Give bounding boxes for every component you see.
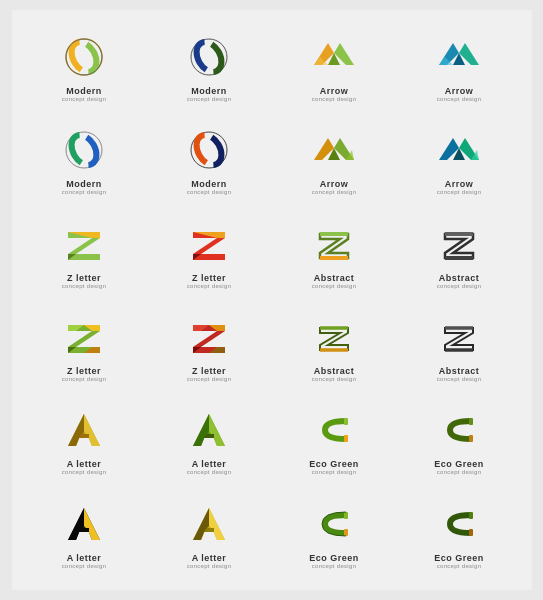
- logo-text-4: Arrow concept design: [437, 86, 482, 102]
- logo-text-21: A letter concept design: [62, 553, 107, 569]
- logo-text-10: Z letter concept design: [187, 273, 232, 289]
- logo-text-8: Arrow concept design: [437, 179, 482, 195]
- svg-rect-80: [469, 529, 473, 536]
- logo-icon-21: [58, 498, 110, 550]
- svg-rect-79: [469, 512, 473, 519]
- logo-cell-6: Modern concept design: [147, 113, 272, 206]
- logo-text-23: Eco Green concept design: [309, 553, 359, 569]
- logo-icon-17: [58, 404, 110, 456]
- logo-cell-20: Eco Green concept design: [397, 393, 522, 486]
- logo-text-17: A letter concept design: [62, 459, 107, 475]
- svg-marker-72: [68, 508, 84, 540]
- logo-text-3: Arrow concept design: [312, 86, 357, 102]
- logo-icon-4: [433, 31, 485, 83]
- logo-icon-14: [183, 311, 235, 363]
- logo-cell-24: Eco Green concept design: [397, 487, 522, 580]
- svg-marker-60: [68, 414, 84, 446]
- svg-marker-58: [84, 414, 100, 446]
- logo-icon-20: [433, 404, 485, 456]
- logo-icon-13: [58, 311, 110, 363]
- logo-text-2: Modern concept design: [187, 86, 232, 102]
- logo-cell-21: A letter concept design: [22, 487, 147, 580]
- logo-text-16: Abstract concept design: [437, 366, 482, 382]
- logo-cell-8: Arrow concept design: [397, 113, 522, 206]
- logo-text-24: Eco Green concept design: [434, 553, 484, 569]
- svg-rect-65: [344, 418, 348, 425]
- logo-cell-22: A letter concept design: [147, 487, 272, 580]
- logo-icon-6: [183, 124, 235, 176]
- logo-cell-3: Arrow concept design: [272, 20, 397, 113]
- logo-icon-5: [58, 124, 110, 176]
- logo-icon-15: [308, 311, 360, 363]
- svg-marker-35: [320, 234, 348, 258]
- logo-text-7: Arrow concept design: [312, 179, 357, 195]
- logo-icon-8: [433, 124, 485, 176]
- logo-icon-24: [433, 498, 485, 550]
- logo-icon-10: [183, 218, 235, 270]
- logo-text-13: Z letter concept design: [62, 366, 107, 382]
- logo-icon-23: [308, 498, 360, 550]
- logo-text-15: Abstract concept design: [312, 366, 357, 382]
- logo-cell-15: Abstract concept design: [272, 300, 397, 393]
- svg-marker-70: [84, 508, 100, 540]
- logo-grid: Modern concept design Modern concept des…: [12, 10, 532, 590]
- logo-text-9: Z letter concept design: [62, 273, 107, 289]
- logo-text-22: A letter concept design: [187, 553, 232, 569]
- logo-cell-19: Eco Green concept design: [272, 393, 397, 486]
- svg-marker-76: [193, 508, 209, 540]
- logo-text-14: Z letter concept design: [187, 366, 232, 382]
- logo-text-18: A letter concept design: [187, 459, 232, 475]
- svg-marker-54: [445, 328, 473, 350]
- logo-text-5: Modern concept design: [62, 179, 107, 195]
- svg-rect-78: [344, 529, 348, 536]
- logo-cell-12: Abstract concept design: [397, 207, 522, 300]
- logo-text-20: Eco Green concept design: [434, 459, 484, 475]
- svg-rect-67: [469, 418, 473, 425]
- logo-cell-16: Abstract concept design: [397, 300, 522, 393]
- logo-text-1: Modern concept design: [62, 86, 107, 102]
- logo-cell-5: Modern concept design: [22, 113, 147, 206]
- logo-cell-4: Arrow concept design: [397, 20, 522, 113]
- logo-icon-1: [58, 31, 110, 83]
- logo-icon-3: [308, 31, 360, 83]
- logo-text-19: Eco Green concept design: [309, 459, 359, 475]
- svg-marker-38: [445, 234, 473, 258]
- logo-icon-16: [433, 311, 485, 363]
- logo-cell-10: Z letter concept design: [147, 207, 272, 300]
- logo-icon-18: [183, 404, 235, 456]
- svg-rect-77: [344, 512, 348, 519]
- svg-rect-68: [469, 435, 473, 442]
- logo-cell-1: Modern concept design: [22, 20, 147, 113]
- logo-icon-9: [58, 218, 110, 270]
- logo-cell-17: A letter concept design: [22, 393, 147, 486]
- svg-rect-66: [344, 435, 348, 442]
- logo-text-12: Abstract concept design: [437, 273, 482, 289]
- logo-icon-11: [308, 218, 360, 270]
- logo-cell-23: Eco Green concept design: [272, 487, 397, 580]
- svg-marker-74: [209, 508, 225, 540]
- logo-text-11: Abstract concept design: [312, 273, 357, 289]
- logo-cell-18: A letter concept design: [147, 393, 272, 486]
- logo-cell-11: Abstract concept design: [272, 207, 397, 300]
- logo-cell-2: Modern concept design: [147, 20, 272, 113]
- svg-marker-64: [193, 414, 209, 446]
- logo-cell-14: Z letter concept design: [147, 300, 272, 393]
- logo-icon-22: [183, 498, 235, 550]
- logo-cell-9: Z letter concept design: [22, 207, 147, 300]
- logo-icon-19: [308, 404, 360, 456]
- logo-cell-13: Z letter concept design: [22, 300, 147, 393]
- svg-marker-62: [209, 414, 225, 446]
- logo-icon-7: [308, 124, 360, 176]
- logo-cell-7: Arrow concept design: [272, 113, 397, 206]
- logo-icon-2: [183, 31, 235, 83]
- logo-text-6: Modern concept design: [187, 179, 232, 195]
- logo-icon-12: [433, 218, 485, 270]
- svg-marker-51: [320, 328, 348, 350]
